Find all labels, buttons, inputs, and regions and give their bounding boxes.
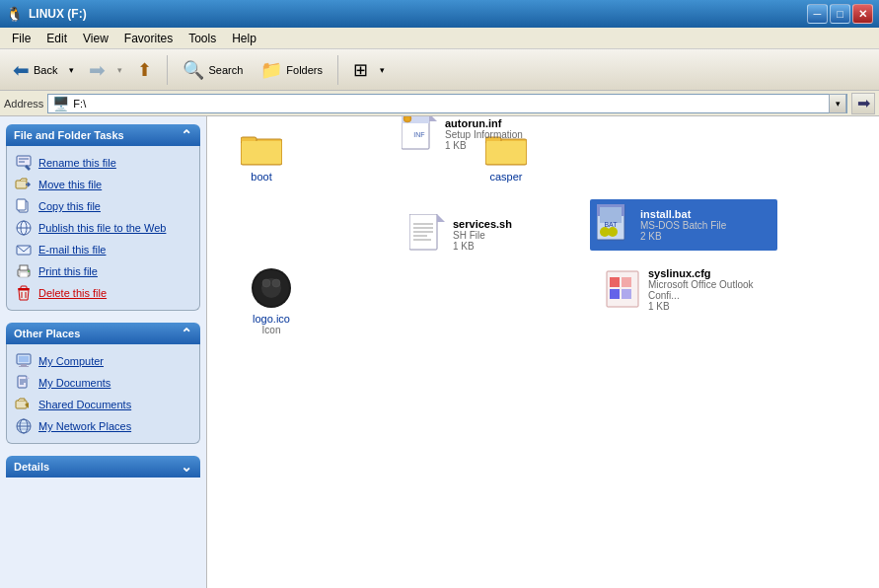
close-button[interactable]: ✕ xyxy=(852,4,873,24)
forward-dropdown[interactable]: ▾ xyxy=(112,56,126,84)
installbat-desc: MS-DOS Batch File xyxy=(640,220,726,231)
svg-rect-5 xyxy=(17,199,26,210)
back-dropdown[interactable]: ▾ xyxy=(64,56,78,84)
svg-rect-64 xyxy=(610,277,620,287)
shareddocs-item[interactable]: Shared Documents xyxy=(11,394,195,415)
servicessh-size: 1 KB xyxy=(453,241,512,252)
file-area: boot casper INF autorun.inf Setup Inform… xyxy=(207,116,879,588)
file-item-autorun[interactable]: INF autorun.inf Setup Information 1 KB xyxy=(395,116,582,160)
search-button[interactable]: 🔍 Search xyxy=(176,52,250,88)
address-value[interactable]: F:\ xyxy=(73,98,829,110)
mydocuments-item[interactable]: My Documents xyxy=(11,372,195,394)
move-label: Move this file xyxy=(38,179,102,190)
menu-file[interactable]: File xyxy=(4,30,38,47)
menu-tools[interactable]: Tools xyxy=(181,30,224,47)
file-folder-tasks-header[interactable]: File and Folder Tasks ⌃ xyxy=(6,124,200,146)
window-controls: ─ □ ✕ xyxy=(807,4,873,24)
views-dropdown[interactable]: ▾ xyxy=(375,56,389,84)
address-label: Address xyxy=(4,98,43,110)
file-folder-tasks-section: File and Folder Tasks ⌃ Rename this file… xyxy=(6,124,200,311)
separator-2 xyxy=(337,55,338,85)
svg-rect-44 xyxy=(404,116,410,121)
file-item-installbat[interactable]: BAT install.bat MS-DOS Batch File 2 KB xyxy=(590,199,777,251)
copy-icon xyxy=(15,197,33,215)
details-header[interactable]: Details ⌄ xyxy=(6,456,200,478)
file-item-logoico[interactable]: logo.ico Icon xyxy=(227,262,316,340)
addressbar: Address 🖥️ F:\ ▾ ➡ xyxy=(0,91,879,116)
autorun-desc: Setup Information xyxy=(445,129,523,140)
minimize-button[interactable]: ─ xyxy=(807,4,828,24)
servicessh-desc: SH File xyxy=(453,230,512,241)
autorun-info: autorun.inf Setup Information 1 KB xyxy=(445,117,523,151)
svg-rect-65 xyxy=(622,277,631,287)
folders-button[interactable]: 📁 Folders xyxy=(254,52,330,88)
casper-file-name: casper xyxy=(489,171,522,183)
shareddocs-label: Shared Documents xyxy=(38,399,131,410)
copy-task[interactable]: Copy this file xyxy=(11,195,195,217)
file-folder-tasks-body: Rename this file Move this file Copy thi… xyxy=(6,146,200,311)
file-item-servicessh[interactable]: services.sh SH File 1 KB xyxy=(403,209,590,260)
servicessh-info: services.sh SH File 1 KB xyxy=(453,218,512,252)
move-icon xyxy=(15,176,33,193)
svg-point-49 xyxy=(608,227,618,237)
print-label: Print this file xyxy=(38,265,98,277)
autorun-size: 1 KB xyxy=(445,140,523,151)
file-item-syslinux[interactable]: syslinux.cfg Microsoft Office Outlook Co… xyxy=(598,262,785,317)
file-folder-tasks-collapse[interactable]: ⌃ xyxy=(181,128,192,142)
syslinux-icon xyxy=(605,269,640,311)
address-dropdown[interactable]: ▾ xyxy=(829,94,846,113)
logoico-name: logo.ico xyxy=(253,313,290,325)
email-task[interactable]: E-mail this file xyxy=(11,239,195,260)
file-item-boot[interactable]: boot xyxy=(217,126,306,187)
svg-text:INF: INF xyxy=(413,131,424,138)
menu-favorites[interactable]: Favorites xyxy=(116,30,181,47)
logoico-type: Icon xyxy=(262,325,281,335)
shareddocs-icon xyxy=(15,396,33,413)
servicessh-name: services.sh xyxy=(453,218,512,230)
move-task[interactable]: Move this file xyxy=(11,174,195,195)
autorun-icon: INF xyxy=(402,116,437,155)
menu-help[interactable]: Help xyxy=(224,30,264,47)
menu-edit[interactable]: Edit xyxy=(38,30,75,47)
other-places-collapse[interactable]: ⌃ xyxy=(181,327,192,340)
installbat-size: 2 KB xyxy=(640,231,726,242)
print-task[interactable]: Print this file xyxy=(11,260,195,282)
mycomputer-item[interactable]: My Computer xyxy=(11,350,195,372)
servicessh-icon xyxy=(409,214,445,256)
publish-label: Publish this file to the Web xyxy=(38,222,166,234)
installbat-icon: BAT xyxy=(597,204,632,246)
mydocuments-label: My Documents xyxy=(38,377,110,389)
forward-button[interactable]: ➡ xyxy=(82,52,112,88)
logoico-icon xyxy=(251,267,292,311)
address-go-button[interactable]: ➡ xyxy=(851,93,875,114)
installbat-info: install.bat MS-DOS Batch File 2 KB xyxy=(640,208,726,242)
rename-task[interactable]: Rename this file xyxy=(11,152,195,174)
forward-nav: ➡ ▾ xyxy=(82,52,126,88)
separator-1 xyxy=(167,55,168,85)
mydocuments-icon xyxy=(15,374,33,392)
syslinux-desc: Microsoft Office Outlook Confi... xyxy=(648,279,778,301)
print-icon xyxy=(15,262,33,280)
maximize-button[interactable]: □ xyxy=(830,4,850,24)
svg-marker-23 xyxy=(27,376,30,379)
menubar: File Edit View Favorites Tools Help xyxy=(0,28,879,49)
svg-marker-40 xyxy=(429,116,437,121)
syslinux-size: 1 KB xyxy=(648,301,778,312)
up-button[interactable]: ⬆ xyxy=(130,52,159,88)
main-layout: File and Folder Tasks ⌃ Rename this file… xyxy=(0,116,879,588)
back-button[interactable]: ⬅ Back xyxy=(6,52,64,88)
delete-task[interactable]: Delete this file xyxy=(11,282,195,304)
publish-icon xyxy=(15,219,33,237)
details-section: Details ⌄ xyxy=(6,456,200,478)
mycomputer-label: My Computer xyxy=(38,355,104,367)
copy-label: Copy this file xyxy=(38,200,101,212)
views-button[interactable]: ⊞ xyxy=(346,52,375,88)
other-places-header[interactable]: Other Places ⌃ xyxy=(6,323,200,344)
menu-view[interactable]: View xyxy=(75,30,116,47)
details-collapse[interactable]: ⌄ xyxy=(181,460,192,474)
svg-rect-20 xyxy=(21,364,27,366)
mynetwork-item[interactable]: My Network Places xyxy=(11,415,195,437)
mynetwork-label: My Network Places xyxy=(38,420,131,432)
publish-task[interactable]: Publish this file to the Web xyxy=(11,217,195,239)
rename-icon xyxy=(15,154,33,172)
